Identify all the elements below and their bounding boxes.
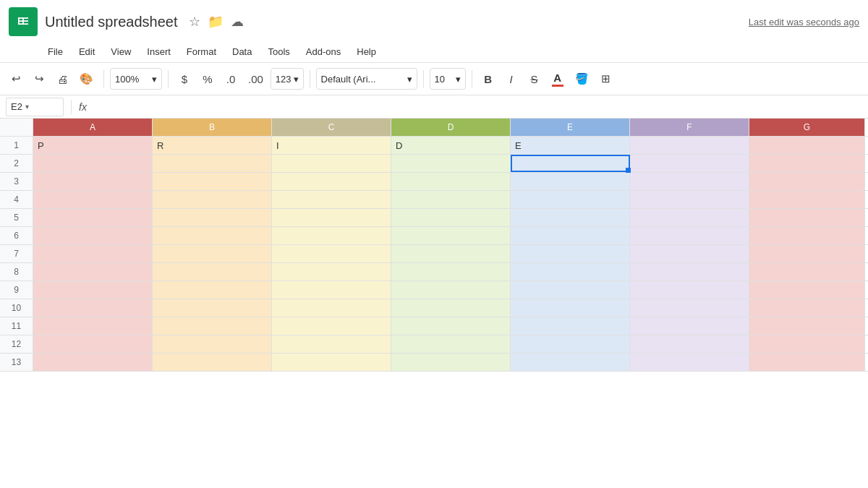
cell-b6[interactable]: [153, 227, 272, 244]
cell-b2[interactable]: [153, 155, 272, 172]
percent-button[interactable]: %: [197, 68, 218, 90]
last-edit-status[interactable]: Last edit was seconds ago: [749, 17, 859, 27]
cell-f3[interactable]: [630, 173, 749, 190]
cell-b12[interactable]: [153, 335, 272, 353]
cell-f7[interactable]: [630, 245, 749, 262]
cell-g1[interactable]: [749, 137, 865, 154]
zoom-selector[interactable]: 100% ▾: [110, 68, 162, 90]
menu-data[interactable]: Data: [225, 44, 259, 59]
cell-c12[interactable]: [272, 335, 391, 353]
cell-c11[interactable]: [272, 317, 391, 335]
menu-addons[interactable]: Add-ons: [299, 44, 348, 59]
cell-f1[interactable]: [630, 137, 749, 154]
cell-d9[interactable]: [391, 281, 511, 299]
redo-button[interactable]: ↪: [29, 68, 49, 90]
cell-g13[interactable]: [749, 354, 865, 371]
cell-c4[interactable]: [272, 191, 391, 208]
cell-a8[interactable]: [33, 263, 153, 281]
cell-e4[interactable]: [511, 191, 630, 208]
italic-button[interactable]: I: [501, 68, 522, 90]
menu-edit[interactable]: Edit: [72, 44, 102, 59]
cell-g7[interactable]: [749, 245, 865, 262]
col-header-c[interactable]: C: [272, 119, 391, 136]
cell-c9[interactable]: [272, 281, 391, 299]
folder-icon[interactable]: 📁: [208, 14, 224, 30]
cell-f9[interactable]: [630, 281, 749, 299]
menu-insert[interactable]: Insert: [140, 44, 178, 59]
cell-a1[interactable]: P: [33, 137, 153, 154]
cell-a6[interactable]: [33, 227, 153, 244]
col-header-b[interactable]: B: [153, 119, 272, 136]
font-selector[interactable]: Default (Ari... ▾: [316, 68, 417, 90]
cell-reference-box[interactable]: E2 ▾: [6, 98, 64, 116]
cell-f11[interactable]: [630, 317, 749, 335]
print-button[interactable]: 🖨: [52, 68, 72, 90]
decimal-decrease-button[interactable]: .0: [221, 68, 241, 90]
col-header-a[interactable]: A: [33, 119, 153, 136]
cell-a12[interactable]: [33, 335, 153, 353]
cell-e12[interactable]: [511, 335, 630, 353]
underline-button[interactable]: A: [548, 68, 568, 90]
cell-f5[interactable]: [630, 209, 749, 226]
currency-button[interactable]: $: [174, 68, 195, 90]
menu-format[interactable]: Format: [179, 44, 224, 59]
borders-button[interactable]: ⊞: [596, 68, 616, 90]
cell-e13[interactable]: [511, 354, 630, 371]
cell-g10[interactable]: [749, 299, 865, 317]
font-size-selector[interactable]: 10 ▾: [430, 68, 466, 90]
cell-d4[interactable]: [391, 191, 511, 208]
cell-b1[interactable]: R: [153, 137, 272, 154]
cell-b13[interactable]: [153, 354, 272, 371]
menu-help[interactable]: Help: [349, 44, 383, 59]
cell-c6[interactable]: [272, 227, 391, 244]
col-header-e[interactable]: E: [511, 119, 630, 136]
cell-f4[interactable]: [630, 191, 749, 208]
cell-d2[interactable]: [391, 155, 511, 172]
cell-c13[interactable]: [272, 354, 391, 371]
formula-input[interactable]: [91, 101, 862, 112]
cell-a10[interactable]: [33, 299, 153, 317]
cell-e5[interactable]: [511, 209, 630, 226]
cloud-icon[interactable]: ☁: [231, 14, 244, 30]
cell-a13[interactable]: [33, 354, 153, 371]
cell-d3[interactable]: [391, 173, 511, 190]
cell-c10[interactable]: [272, 299, 391, 317]
cell-f2[interactable]: [630, 155, 749, 172]
cell-g9[interactable]: [749, 281, 865, 299]
star-icon[interactable]: ☆: [189, 14, 200, 30]
cell-e11[interactable]: [511, 317, 630, 335]
cell-g3[interactable]: [749, 173, 865, 190]
cell-a5[interactable]: [33, 209, 153, 226]
cell-b9[interactable]: [153, 281, 272, 299]
cell-e3[interactable]: [511, 173, 630, 190]
cell-g12[interactable]: [749, 335, 865, 353]
col-header-d[interactable]: D: [391, 119, 511, 136]
cell-e2-active[interactable]: [511, 155, 630, 172]
cell-a4[interactable]: [33, 191, 153, 208]
cell-b4[interactable]: [153, 191, 272, 208]
cell-d8[interactable]: [391, 263, 511, 281]
cell-d7[interactable]: [391, 245, 511, 262]
cell-c1[interactable]: I: [272, 137, 391, 154]
cell-d13[interactable]: [391, 354, 511, 371]
bold-button[interactable]: B: [478, 68, 498, 90]
cell-c7[interactable]: [272, 245, 391, 262]
cell-d6[interactable]: [391, 227, 511, 244]
cell-b5[interactable]: [153, 209, 272, 226]
paint-format-button[interactable]: 🎨: [75, 68, 98, 90]
cell-b7[interactable]: [153, 245, 272, 262]
cell-g11[interactable]: [749, 317, 865, 335]
cell-b8[interactable]: [153, 263, 272, 281]
cell-b3[interactable]: [153, 173, 272, 190]
cell-g4[interactable]: [749, 191, 865, 208]
cell-e9[interactable]: [511, 281, 630, 299]
cell-e10[interactable]: [511, 299, 630, 317]
cell-a9[interactable]: [33, 281, 153, 299]
cell-d12[interactable]: [391, 335, 511, 353]
cell-d1[interactable]: D: [391, 137, 511, 154]
cell-f6[interactable]: [630, 227, 749, 244]
strikethrough-button[interactable]: S: [524, 68, 545, 90]
menu-tools[interactable]: Tools: [260, 44, 297, 59]
cell-f8[interactable]: [630, 263, 749, 281]
cell-e8[interactable]: [511, 263, 630, 281]
